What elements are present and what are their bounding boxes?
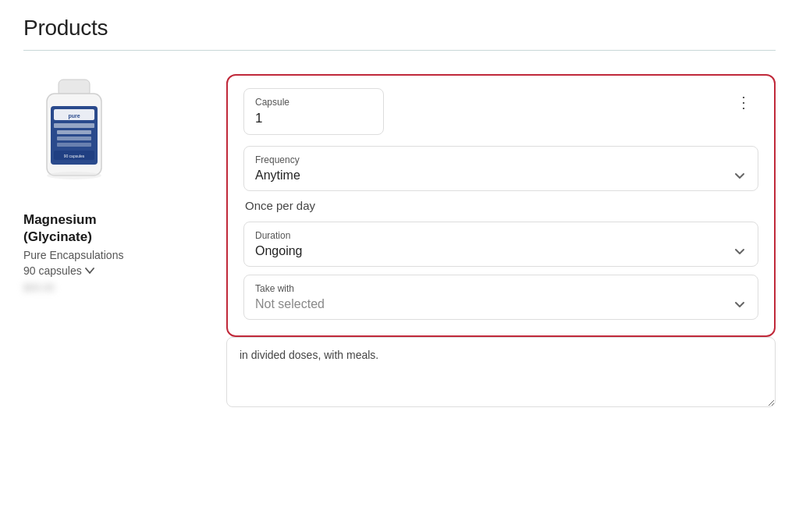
dosage-controls: Capsule 1 ⋮ Frequency Anytime (226, 74, 776, 337)
duration-chevron-icon (733, 244, 747, 258)
product-brand: Pure Encapsulations (23, 249, 123, 261)
product-image-container: pure 90 capsules (23, 74, 125, 199)
frequency-chevron-icon (733, 168, 747, 183)
product-price: $00.00 (23, 282, 55, 293)
dosage-top-row: Capsule 1 ⋮ (243, 88, 758, 135)
take-with-chevron-icon (733, 297, 747, 311)
page-title: Products (23, 16, 776, 41)
svg-rect-8 (57, 143, 91, 147)
notes-area-container (226, 337, 776, 410)
title-divider (23, 50, 776, 51)
once-per-day-text: Once per day (243, 199, 758, 212)
frequency-row: Anytime (255, 168, 747, 183)
take-with-value: Not selected (255, 297, 325, 311)
frequency-dropdown[interactable]: Frequency Anytime (243, 146, 758, 191)
take-with-label: Take with (255, 283, 747, 294)
svg-rect-5 (54, 123, 94, 128)
svg-point-11 (47, 172, 101, 179)
frequency-value: Anytime (255, 168, 300, 183)
take-with-dropdown[interactable]: Take with Not selected (243, 275, 758, 320)
product-info: pure 90 capsules Magnesium(Glycinate) (23, 74, 195, 293)
duration-row: Ongoing (255, 244, 747, 258)
duration-value: Ongoing (255, 244, 303, 258)
notes-textarea[interactable] (226, 337, 776, 407)
duration-label: Duration (255, 230, 747, 241)
take-with-row: Not selected (255, 297, 747, 311)
more-menu-button[interactable]: ⋮ (730, 91, 758, 113)
svg-rect-6 (57, 130, 91, 134)
svg-text:90 capsules: 90 capsules (64, 154, 85, 158)
more-menu-icon: ⋮ (736, 94, 752, 110)
capsule-value: 1 (255, 111, 372, 126)
product-quantity[interactable]: 90 capsules (23, 264, 94, 277)
duration-dropdown[interactable]: Duration Ongoing (243, 222, 758, 267)
page-container: Products pure (0, 0, 799, 434)
product-image: pure 90 capsules (35, 78, 113, 195)
frequency-label: Frequency (255, 154, 747, 165)
product-name: Magnesium(Glycinate) (23, 211, 97, 246)
capsule-field[interactable]: Capsule 1 (243, 88, 384, 135)
svg-text:pure: pure (68, 113, 80, 119)
svg-rect-7 (57, 137, 91, 140)
content-row: pure 90 capsules Magnesium(Glycinate) (23, 74, 776, 337)
capsule-label: Capsule (255, 97, 372, 108)
quantity-chevron-icon (85, 268, 94, 274)
quantity-text: 90 capsules (23, 264, 82, 277)
